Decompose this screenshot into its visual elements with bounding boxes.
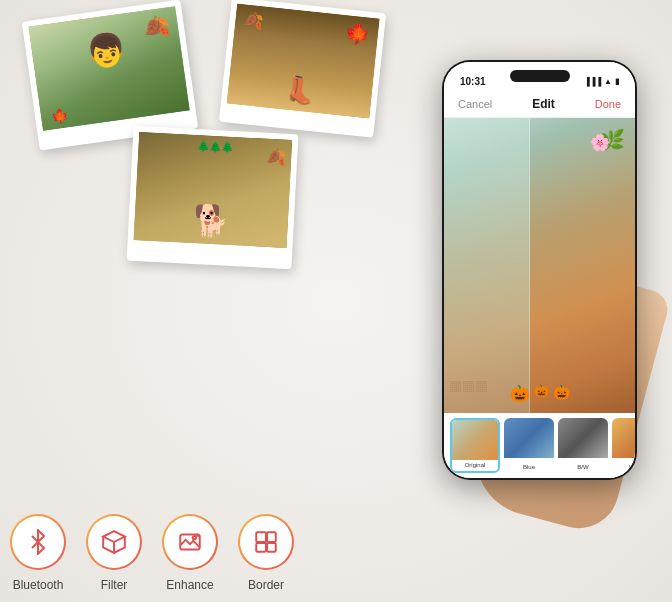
border-icon-circle[interactable] bbox=[238, 514, 294, 570]
features-section: Bluetooth Filter bbox=[10, 514, 352, 592]
phone-screen: 10:31 ▐▐▐ ▲ ▮ Cancel Edit Done bbox=[444, 62, 635, 478]
feature-enhance[interactable]: Enhance bbox=[162, 514, 218, 592]
enhance-label: Enhance bbox=[166, 578, 213, 592]
feature-bluetooth[interactable]: Bluetooth bbox=[10, 514, 66, 592]
filter-blue[interactable]: Blue bbox=[504, 418, 554, 473]
svg-rect-5 bbox=[267, 543, 276, 552]
filter-icon-circle[interactable] bbox=[86, 514, 142, 570]
bluetooth-icon bbox=[25, 529, 51, 555]
bluetooth-label: Bluetooth bbox=[13, 578, 64, 592]
status-time: 10:31 bbox=[460, 76, 486, 87]
filter-original[interactable]: Original bbox=[450, 418, 500, 473]
cancel-button[interactable]: Cancel bbox=[458, 98, 492, 110]
done-button[interactable]: Done bbox=[595, 98, 621, 110]
svg-point-1 bbox=[193, 536, 196, 539]
filter-blue-preview bbox=[504, 418, 554, 458]
filter-bw[interactable]: B/W bbox=[558, 418, 608, 473]
border-label: Border bbox=[248, 578, 284, 592]
filter-label: Filter bbox=[101, 578, 128, 592]
filter-original-preview bbox=[452, 420, 498, 460]
filter-original-label: Original bbox=[452, 460, 498, 470]
signal-icon: ▐▐▐ bbox=[584, 77, 601, 86]
phone-device: 10:31 ▐▐▐ ▲ ▮ Cancel Edit Done bbox=[442, 60, 637, 480]
filter-strip[interactable]: Original Blue B/W Warm bbox=[444, 413, 635, 478]
main-scene: 👦 🍂 🍁 👢 🍁 🍂 🌲🌲🌲 🐕 🍂 1 bbox=[0, 0, 672, 602]
filter-bw-preview bbox=[558, 418, 608, 458]
filter-bw-label: B/W bbox=[558, 462, 608, 472]
svg-rect-4 bbox=[256, 543, 266, 552]
status-icons: ▐▐▐ ▲ ▮ bbox=[584, 77, 619, 86]
svg-rect-2 bbox=[256, 532, 266, 542]
enhance-icon-circle[interactable] bbox=[162, 514, 218, 570]
svg-rect-3 bbox=[267, 532, 276, 542]
filter-warm-label: Warm bbox=[612, 462, 635, 472]
photo-image-1: 👦 🍂 🍁 bbox=[29, 6, 190, 131]
phone-main-image: 🌿 🌸 🎃 🎃 🎃 ▦▦▦ bbox=[444, 118, 635, 413]
pumpkin-scene: 🎃 🎃 🎃 bbox=[510, 384, 570, 403]
feature-filter[interactable]: Filter bbox=[86, 514, 142, 592]
filter-warm[interactable]: Warm bbox=[612, 418, 635, 473]
filter-warm-preview bbox=[612, 418, 635, 458]
wifi-icon: ▲ bbox=[604, 77, 612, 86]
filter-icon bbox=[101, 529, 127, 555]
filter-blue-label: Blue bbox=[504, 462, 554, 472]
bluetooth-icon-circle[interactable] bbox=[10, 514, 66, 570]
phone-mockup: 10:31 ▐▐▐ ▲ ▮ Cancel Edit Done bbox=[422, 60, 672, 540]
dynamic-island bbox=[510, 70, 570, 82]
photo-card-3: 🌲🌲🌲 🐕 🍂 bbox=[127, 126, 299, 269]
enhance-icon bbox=[177, 529, 203, 555]
border-icon bbox=[253, 529, 279, 555]
photo-image-3: 🌲🌲🌲 🐕 🍂 bbox=[134, 132, 292, 248]
edit-title: Edit bbox=[532, 97, 555, 111]
battery-icon: ▮ bbox=[615, 77, 619, 86]
photo-card-2: 👢 🍁 🍂 bbox=[219, 0, 386, 138]
feature-border[interactable]: Border bbox=[238, 514, 294, 592]
photo-image-2: 👢 🍁 🍂 bbox=[227, 4, 380, 118]
phone-nav-bar: Cancel Edit Done bbox=[444, 91, 635, 118]
